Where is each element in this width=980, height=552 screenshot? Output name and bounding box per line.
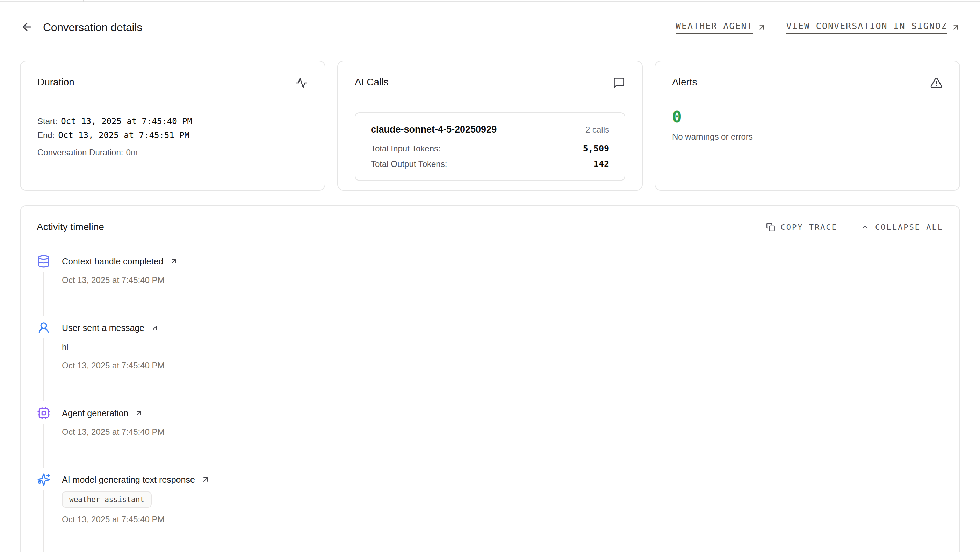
- output-tokens-row: Total Output Tokens: 142: [371, 159, 609, 169]
- arrow-up-right-icon: [951, 23, 960, 32]
- timeline-connector: [43, 490, 44, 552]
- timeline-item-timestamp: Oct 13, 2025 at 7:45:40 PM: [62, 426, 943, 438]
- alert-message: No warnings or errors: [672, 132, 943, 142]
- timeline-item-link[interactable]: AI model generating text response: [62, 472, 210, 487]
- sparkles-icon: [37, 472, 51, 487]
- timeline-item-timestamp: Oct 13, 2025 at 7:45:40 PM: [62, 274, 943, 287]
- ai-calls-card: AI Calls claude-sonnet-4-5-20250929 2 ca…: [337, 61, 643, 191]
- timeline-item: User sent a messagehiOct 13, 2025 at 7:4…: [37, 321, 943, 406]
- timeline-item-body: hi: [62, 340, 943, 354]
- ai-calls-card-header: AI Calls: [355, 77, 625, 89]
- activity-actions: COPY TRACE COLLAPSE ALL: [766, 222, 943, 231]
- ai-calls-card-title: AI Calls: [355, 77, 388, 88]
- timeline-item-content: User sent a messagehiOct 13, 2025 at 7:4…: [62, 321, 943, 406]
- timeline-item-title: User sent a message: [62, 323, 144, 333]
- alert-triangle-icon: [930, 77, 943, 89]
- conversation-details-page: Conversation details WEATHER AGENT VIEW …: [0, 16, 980, 552]
- output-tokens-value: 142: [593, 159, 609, 169]
- page-header: Conversation details WEATHER AGENT VIEW …: [20, 16, 960, 38]
- timeline-connector: [43, 424, 44, 468]
- timeline-item: AI model generating text responseweather…: [37, 472, 943, 552]
- duration-card: Duration Start:Oct 13, 2025 at 7:45:40 P…: [20, 61, 325, 191]
- timeline-item: Agent generationOct 13, 2025 at 7:45:40 …: [37, 406, 943, 472]
- input-tokens-value: 5,509: [583, 144, 609, 153]
- timeline: Context handle completedOct 13, 2025 at …: [37, 254, 943, 552]
- activity-timeline-header: Activity timeline COPY TRACE COLLAPSE AL…: [37, 222, 943, 233]
- copy-trace-label: COPY TRACE: [781, 223, 837, 231]
- timeline-item-title: Context handle completed: [62, 257, 163, 266]
- message-square-icon: [612, 77, 625, 89]
- timeline-item-title: AI model generating text response: [62, 475, 195, 485]
- timeline-item-link[interactable]: Context handle completed: [62, 254, 178, 268]
- arrow-up-right-icon: [170, 257, 178, 265]
- timeline-rail: [37, 321, 51, 406]
- activity-timeline-title: Activity timeline: [37, 222, 104, 233]
- timeline-item-content: AI model generating text responseweather…: [62, 472, 943, 552]
- signoz-link-label: VIEW CONVERSATION IN SIGNOZ: [786, 21, 947, 34]
- input-tokens-row: Total Input Tokens: 5,509: [371, 144, 609, 153]
- timeline-item-badge: weather-assistant: [62, 491, 152, 507]
- duration-card-header: Duration: [37, 77, 308, 89]
- copy-icon: [766, 222, 775, 231]
- activity-icon: [295, 77, 308, 89]
- timeline-item-title: Agent generation: [62, 408, 128, 418]
- timeline-rail: [37, 254, 51, 321]
- arrow-up-right-icon: [151, 324, 159, 332]
- back-button[interactable]: [20, 20, 34, 34]
- arrow-left-icon: [21, 21, 33, 33]
- arrow-up-right-icon: [757, 23, 766, 32]
- summary-cards-row: Duration Start:Oct 13, 2025 at 7:45:40 P…: [20, 61, 960, 191]
- page-title: Conversation details: [43, 21, 142, 34]
- header-links: WEATHER AGENT VIEW CONVERSATION IN SIGNO…: [676, 21, 960, 34]
- timeline-connector: [43, 338, 44, 401]
- output-tokens-label: Total Output Tokens:: [371, 159, 447, 169]
- end-label: End:: [37, 131, 54, 140]
- end-value: Oct 13, 2025 at 7:45:51 PM: [58, 131, 189, 140]
- alerts-card-header: Alerts: [672, 77, 943, 89]
- timeline-item-timestamp: Oct 13, 2025 at 7:45:40 PM: [62, 359, 943, 372]
- view-conversation-in-signoz-link[interactable]: VIEW CONVERSATION IN SIGNOZ: [786, 21, 960, 34]
- arrow-up-right-icon: [201, 475, 210, 484]
- alerts-card-title: Alerts: [672, 77, 697, 88]
- timeline-rail: [37, 472, 51, 552]
- duration-card-body: Start:Oct 13, 2025 at 7:45:40 PM End:Oct…: [37, 114, 308, 159]
- timeline-item: Context handle completedOct 13, 2025 at …: [37, 254, 943, 321]
- chevron-up-icon: [861, 222, 870, 231]
- collapse-all-button[interactable]: COLLAPSE ALL: [861, 222, 943, 231]
- model-header: claude-sonnet-4-5-20250929 2 calls: [371, 124, 609, 135]
- start-label: Start:: [37, 116, 57, 126]
- timeline-connector: [43, 272, 44, 316]
- model-name: claude-sonnet-4-5-20250929: [371, 124, 496, 135]
- model-call-count: 2 calls: [585, 125, 609, 135]
- database-icon: [37, 254, 51, 268]
- alerts-card: Alerts 0 No warnings or errors: [655, 61, 960, 191]
- copy-trace-button[interactable]: COPY TRACE: [766, 222, 837, 231]
- timeline-item-content: Context handle completedOct 13, 2025 at …: [62, 254, 943, 321]
- conversation-duration-label: Conversation Duration:: [37, 148, 123, 157]
- cpu-icon: [37, 406, 51, 420]
- start-row: Start:Oct 13, 2025 at 7:45:40 PM: [37, 114, 308, 128]
- user-icon: [37, 321, 51, 335]
- conversation-duration-row: Conversation Duration:0m: [37, 145, 308, 159]
- top-chrome-strip: [0, 0, 980, 2]
- top-strip-divider: [83, 0, 84, 2]
- collapse-all-label: COLLAPSE ALL: [875, 223, 943, 231]
- weather-agent-link-label: WEATHER AGENT: [676, 21, 753, 34]
- conversation-duration-value: 0m: [126, 148, 137, 157]
- end-row: End:Oct 13, 2025 at 7:45:51 PM: [37, 128, 308, 142]
- timeline-item-timestamp: Oct 13, 2025 at 7:45:40 PM: [62, 513, 943, 526]
- alert-count: 0: [672, 109, 943, 125]
- duration-card-title: Duration: [37, 77, 75, 88]
- timeline-item-content: Agent generationOct 13, 2025 at 7:45:40 …: [62, 406, 943, 472]
- timeline-item-link[interactable]: User sent a message: [62, 321, 159, 335]
- arrow-up-right-icon: [135, 409, 143, 417]
- timeline-item-link[interactable]: Agent generation: [62, 406, 143, 420]
- start-value: Oct 13, 2025 at 7:45:40 PM: [61, 116, 192, 126]
- activity-timeline-card: Activity timeline COPY TRACE COLLAPSE AL…: [20, 205, 960, 552]
- model-usage-card: claude-sonnet-4-5-20250929 2 calls Total…: [355, 112, 625, 181]
- weather-agent-link[interactable]: WEATHER AGENT: [676, 21, 766, 34]
- timeline-rail: [37, 406, 51, 472]
- input-tokens-label: Total Input Tokens:: [371, 144, 441, 153]
